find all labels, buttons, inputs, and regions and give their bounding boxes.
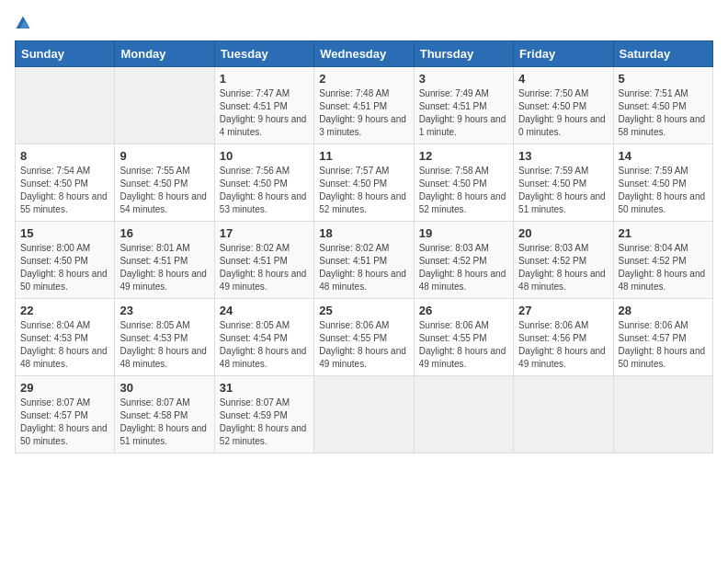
day-number: 13 [518,149,608,163]
calendar-week-2: 8 Sunrise: 7:54 AMSunset: 4:50 PMDayligh… [16,144,713,222]
day-cell-17: 17 Sunrise: 8:02 AMSunset: 4:51 PMDaylig… [214,222,313,299]
day-cell-1: 1 Sunrise: 7:47 AMSunset: 4:51 PMDayligh… [214,67,313,144]
day-number: 28 [619,304,708,317]
day-info: Sunrise: 7:48 AMSunset: 4:51 PMDaylight:… [319,88,406,137]
day-cell-30: 30 Sunrise: 8:07 AMSunset: 4:58 PMDaylig… [115,376,214,454]
day-number: 24 [220,304,309,317]
day-number: 23 [119,304,209,317]
day-cell-22: 22 Sunrise: 8:04 AMSunset: 4:53 PMDaylig… [16,299,115,376]
calendar-week-3: 15 Sunrise: 8:00 AMSunset: 4:50 PMDaylig… [16,222,713,299]
day-info: Sunrise: 8:06 AMSunset: 4:57 PMDaylight:… [619,320,706,369]
day-info: Sunrise: 8:07 AMSunset: 4:59 PMDaylight:… [220,397,307,446]
day-number: 27 [518,304,608,317]
day-cell-19: 19 Sunrise: 8:03 AMSunset: 4:52 PMDaylig… [414,222,513,299]
day-number: 30 [119,381,209,395]
day-number: 16 [119,226,209,240]
day-number: 29 [20,381,109,395]
header [15,15,713,31]
day-info: Sunrise: 7:55 AMSunset: 4:50 PMDaylight:… [119,166,207,214]
day-number: 31 [220,381,309,395]
empty-cell [514,376,613,454]
day-cell-24: 24 Sunrise: 8:05 AMSunset: 4:54 PMDaylig… [214,299,313,376]
calendar-body: 1 Sunrise: 7:47 AMSunset: 4:51 PMDayligh… [16,67,713,454]
empty-cell [16,67,115,144]
calendar-week-5: 29 Sunrise: 8:07 AMSunset: 4:57 PMDaylig… [16,376,713,454]
day-info: Sunrise: 7:58 AMSunset: 4:50 PMDaylight:… [419,166,506,214]
day-number: 26 [419,304,508,317]
calendar-week-1: 1 Sunrise: 7:47 AMSunset: 4:51 PMDayligh… [16,67,713,144]
day-cell-28: 28 Sunrise: 8:06 AMSunset: 4:57 PMDaylig… [613,299,712,376]
day-cell-13: 13 Sunrise: 7:59 AMSunset: 4:50 PMDaylig… [514,144,613,222]
day-cell-2: 2 Sunrise: 7:48 AMSunset: 4:51 PMDayligh… [314,67,414,144]
col-header-thursday: Thursday [414,41,513,67]
day-number: 1 [220,72,309,86]
empty-cell [314,376,414,454]
day-number: 5 [619,72,708,86]
day-info: Sunrise: 7:56 AMSunset: 4:50 PMDaylight:… [220,166,307,214]
day-cell-15: 15 Sunrise: 8:00 AMSunset: 4:50 PMDaylig… [16,222,115,299]
day-number: 11 [319,149,408,163]
day-cell-23: 23 Sunrise: 8:05 AMSunset: 4:53 PMDaylig… [115,299,214,376]
col-header-sunday: Sunday [16,41,115,67]
day-info: Sunrise: 8:03 AMSunset: 4:52 PMDaylight:… [419,243,506,292]
day-cell-12: 12 Sunrise: 7:58 AMSunset: 4:50 PMDaylig… [414,144,513,222]
day-info: Sunrise: 8:03 AMSunset: 4:52 PMDaylight:… [518,243,606,292]
day-info: Sunrise: 8:06 AMSunset: 4:56 PMDaylight:… [518,320,606,369]
day-info: Sunrise: 8:02 AMSunset: 4:51 PMDaylight:… [220,243,307,292]
day-cell-21: 21 Sunrise: 8:04 AMSunset: 4:52 PMDaylig… [613,222,712,299]
day-info: Sunrise: 7:51 AMSunset: 4:50 PMDaylight:… [619,88,706,137]
day-info: Sunrise: 7:59 AMSunset: 4:50 PMDaylight:… [518,166,606,214]
day-number: 4 [518,72,608,86]
col-header-tuesday: Tuesday [214,41,313,67]
day-number: 25 [319,304,408,317]
day-info: Sunrise: 7:54 AMSunset: 4:50 PMDaylight:… [20,166,108,214]
day-info: Sunrise: 8:00 AMSunset: 4:50 PMDaylight:… [20,243,108,292]
day-info: Sunrise: 8:06 AMSunset: 4:55 PMDaylight:… [319,320,406,369]
day-info: Sunrise: 7:57 AMSunset: 4:50 PMDaylight:… [319,166,406,214]
day-cell-16: 16 Sunrise: 8:01 AMSunset: 4:51 PMDaylig… [115,222,214,299]
day-cell-8: 8 Sunrise: 7:54 AMSunset: 4:50 PMDayligh… [16,144,115,222]
day-number: 19 [419,226,508,240]
day-info: Sunrise: 8:04 AMSunset: 4:53 PMDaylight:… [20,320,108,369]
day-info: Sunrise: 8:01 AMSunset: 4:51 PMDaylight:… [119,243,207,292]
logo [15,15,35,31]
day-info: Sunrise: 8:02 AMSunset: 4:51 PMDaylight:… [319,243,406,292]
day-number: 14 [619,149,708,163]
empty-cell [414,376,513,454]
day-cell-14: 14 Sunrise: 7:59 AMSunset: 4:50 PMDaylig… [613,144,712,222]
day-info: Sunrise: 7:59 AMSunset: 4:50 PMDaylight:… [619,166,706,214]
day-info: Sunrise: 7:50 AMSunset: 4:50 PMDaylight:… [518,88,606,137]
day-number: 12 [419,149,508,163]
col-header-monday: Monday [115,41,214,67]
day-cell-4: 4 Sunrise: 7:50 AMSunset: 4:50 PMDayligh… [514,67,613,144]
day-info: Sunrise: 7:47 AMSunset: 4:51 PMDaylight:… [220,88,307,137]
day-cell-3: 3 Sunrise: 7:49 AMSunset: 4:51 PMDayligh… [414,67,513,144]
day-cell-29: 29 Sunrise: 8:07 AMSunset: 4:57 PMDaylig… [16,376,115,454]
col-header-wednesday: Wednesday [314,41,414,67]
day-cell-9: 9 Sunrise: 7:55 AMSunset: 4:50 PMDayligh… [115,144,214,222]
calendar-table: SundayMondayTuesdayWednesdayThursdayFrid… [15,40,713,454]
calendar-header-row: SundayMondayTuesdayWednesdayThursdayFrid… [16,41,713,67]
day-number: 18 [319,226,408,240]
day-number: 17 [220,226,309,240]
day-info: Sunrise: 7:49 AMSunset: 4:51 PMDaylight:… [419,88,506,137]
day-number: 21 [619,226,708,240]
day-number: 10 [220,149,309,163]
empty-cell [115,67,214,144]
logo-icon [15,15,31,31]
col-header-friday: Friday [514,41,613,67]
day-number: 9 [119,149,209,163]
day-number: 8 [20,149,109,163]
day-info: Sunrise: 8:05 AMSunset: 4:54 PMDaylight:… [220,320,307,369]
day-info: Sunrise: 8:05 AMSunset: 4:53 PMDaylight:… [119,320,207,369]
day-info: Sunrise: 8:06 AMSunset: 4:55 PMDaylight:… [419,320,506,369]
day-number: 22 [20,304,109,317]
empty-cell [613,376,712,454]
day-cell-5: 5 Sunrise: 7:51 AMSunset: 4:50 PMDayligh… [613,67,712,144]
day-cell-11: 11 Sunrise: 7:57 AMSunset: 4:50 PMDaylig… [314,144,414,222]
day-cell-20: 20 Sunrise: 8:03 AMSunset: 4:52 PMDaylig… [514,222,613,299]
calendar-week-4: 22 Sunrise: 8:04 AMSunset: 4:53 PMDaylig… [16,299,713,376]
col-header-saturday: Saturday [613,41,712,67]
day-cell-10: 10 Sunrise: 7:56 AMSunset: 4:50 PMDaylig… [214,144,313,222]
day-number: 15 [20,226,109,240]
